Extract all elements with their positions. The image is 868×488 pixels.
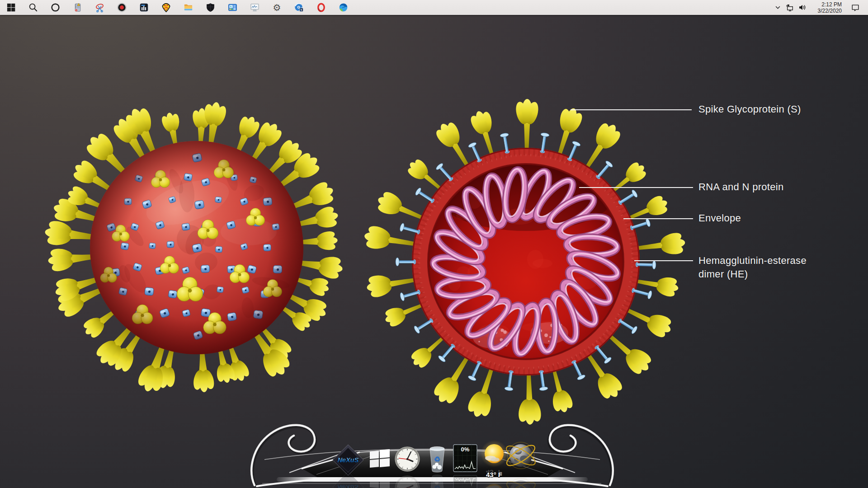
cortana-ring-icon: [50, 2, 61, 13]
search-button[interactable]: [22, 0, 44, 15]
dock-item-recycle-bin[interactable]: ♻: [430, 447, 444, 473]
recycle-symbol-icon: ♻: [434, 455, 440, 463]
taskbar-app-media-equalizer[interactable]: [133, 0, 155, 15]
taskbar-app-screen-recorder[interactable]: [111, 0, 133, 15]
taskbar-app-edge[interactable]: [332, 0, 354, 15]
taskbar-pinned-apps: ⚙ 5: [0, 0, 354, 15]
defender-shield-icon: [205, 2, 216, 13]
label-line-envelope: [623, 218, 693, 219]
chevron-down-icon: [774, 3, 782, 12]
performance-monitor-icon: [250, 2, 260, 13]
tray-time: 2:12 PM: [821, 1, 842, 8]
system-report-icon: [227, 2, 238, 13]
search-icon: [28, 2, 38, 13]
taskbar-app-snipping-tool[interactable]: [89, 0, 111, 15]
network-status-button[interactable]: [784, 0, 796, 15]
edge-logo-icon: [338, 2, 349, 13]
label-spike-glycoprotein: Spike Glycoprotein (S): [698, 103, 801, 115]
folder-icon: [183, 2, 193, 13]
label-line-he-dimer: [634, 260, 693, 261]
windows-logo-icon: [6, 2, 16, 13]
virion-exterior-model: [43, 101, 344, 396]
taskbar-app-settings[interactable]: ⚙: [266, 0, 288, 15]
cpu-usage-value: 0%: [461, 446, 470, 453]
taskbar-app-windows-defender[interactable]: [199, 0, 222, 15]
record-lens-icon: [117, 2, 127, 13]
taskbar: ⚙ 5: [0, 0, 868, 15]
coronavirus-wallpaper-illustration: NeXuS: [0, 0, 868, 488]
ethernet-network-icon: [786, 3, 794, 12]
taskbar-app-performance-monitor[interactable]: [244, 0, 266, 15]
system-tray: 2:12 PM 3/22/2020: [772, 0, 868, 15]
tray-clock[interactable]: 2:12 PM 3/22/2020: [808, 0, 845, 15]
speaker-icon: [798, 3, 807, 12]
volume-button[interactable]: [796, 0, 808, 15]
nexus-dock: NeXuS: [251, 425, 613, 488]
opera-logo-icon: [316, 2, 326, 13]
snipping-tool-icon: [94, 2, 105, 13]
action-center-button[interactable]: [845, 0, 865, 15]
gear-icon: ⚙: [272, 2, 282, 13]
cortana-button[interactable]: [44, 0, 66, 15]
dock-item-cpu-meter[interactable]: 0%: [453, 445, 477, 472]
taskbar-app-opera[interactable]: [310, 0, 332, 15]
pizza-shield-icon: [161, 2, 171, 13]
taskbar-app-pizza[interactable]: [155, 0, 177, 15]
label-line-rna: [579, 187, 693, 188]
start-button[interactable]: [0, 0, 22, 15]
show-hidden-icons-button[interactable]: [772, 0, 784, 15]
label-line-spike: [571, 109, 692, 110]
dock-item-clock[interactable]: [395, 447, 420, 472]
taskbar-app-file-explorer[interactable]: [177, 0, 199, 15]
equalizer-bars-icon: [139, 2, 149, 13]
virion-cross-section-model: [363, 99, 687, 425]
desktop: NeXuS: [0, 0, 868, 488]
tray-date: 3/22/2020: [818, 8, 842, 14]
taskbar-app-system-report[interactable]: [222, 0, 244, 15]
taskbar-app-contacts-alert[interactable]: [66, 0, 89, 15]
nexus-logo-text: NeXuS: [338, 456, 359, 464]
disk-tool-icon: 5: [294, 2, 304, 13]
svg-text:⚙: ⚙: [273, 3, 281, 13]
label-he-dimer: Hemagglutinin-esterase dimer (HE): [698, 254, 825, 281]
disk-tool-badge: 5: [301, 8, 302, 11]
taskbar-app-disk-tool[interactable]: 5: [288, 0, 310, 15]
contacts-alert-icon: [72, 2, 83, 13]
label-rna-n-protein: RNA and N protein: [698, 181, 784, 193]
action-center-icon: [851, 3, 860, 12]
label-envelope: Envelope: [698, 212, 741, 224]
